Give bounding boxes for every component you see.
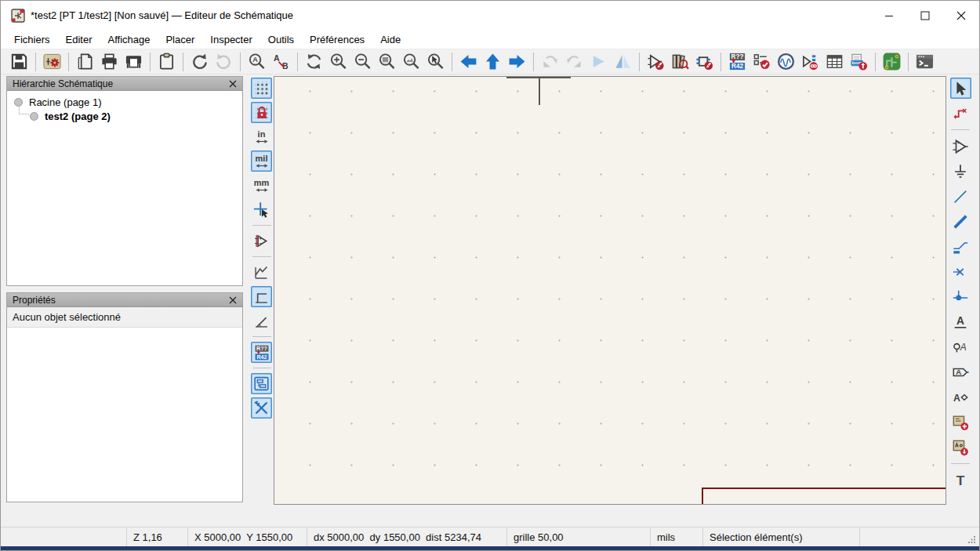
mirror-vertical-button[interactable] <box>587 51 610 72</box>
tree-item-root[interactable]: Racine (page 1) <box>14 96 102 108</box>
pcb-editor-button[interactable] <box>880 51 903 72</box>
schematic-canvas[interactable] <box>274 76 946 505</box>
mirror-horizontal-button[interactable] <box>612 51 634 72</box>
menu-preferences[interactable]: Préférences <box>302 31 372 48</box>
properties-panel-title: Propriétés <box>13 295 56 306</box>
place-symbol-button[interactable] <box>950 136 971 157</box>
separator <box>240 53 241 71</box>
no-connect-button[interactable] <box>950 261 971 282</box>
kicad-schematic-editor-window: *test2 [PT 1/test2] [Non sauvé] — Editeu… <box>0 0 980 551</box>
zoom-selection-button[interactable] <box>424 51 447 72</box>
select-tool-button[interactable] <box>950 78 971 99</box>
rotate-cw-button[interactable] <box>563 51 586 72</box>
tree-item-test2[interactable]: test2 (page 2) <box>30 111 111 122</box>
properties-panel-toggle-button[interactable] <box>251 397 272 419</box>
bom-button[interactable]: bom <box>848 51 870 72</box>
sheet-frame-horizontal <box>702 488 946 489</box>
symbol-library-browser-button[interactable] <box>669 51 691 72</box>
navigate-back-button[interactable] <box>457 51 480 72</box>
zoom-fit-button[interactable] <box>376 51 398 72</box>
simulator-button[interactable] <box>775 51 797 72</box>
paste-button[interactable] <box>155 51 178 72</box>
grid-visibility-button[interactable] <box>251 78 272 99</box>
grid-dots-icon <box>255 82 269 96</box>
unit-inches-button[interactable]: in <box>251 126 272 147</box>
redo-button[interactable] <box>212 51 235 72</box>
hierarchy-tree: Racine (page 1) test2 (page 2) <box>7 91 242 271</box>
menu-placer[interactable]: Placer <box>158 31 202 48</box>
zoom-in-button[interactable] <box>327 51 350 72</box>
highlight-net-button[interactable] <box>950 103 971 124</box>
menu-outils[interactable]: Outils <box>260 31 302 48</box>
wire-free-angle-button[interactable] <box>251 262 272 283</box>
erc-button[interactable] <box>750 51 773 72</box>
zoom-out-button[interactable] <box>351 51 374 72</box>
schematic-setup-icon <box>43 53 61 71</box>
hierarchical-label-button[interactable]: A <box>950 386 971 408</box>
zoom-fit-icon <box>378 53 396 71</box>
zoom-objects-button[interactable] <box>400 51 423 72</box>
annotate-auto-button[interactable]: R??R42 <box>251 342 272 363</box>
draw-bus-button[interactable] <box>950 211 971 232</box>
cursor-shape-button[interactable] <box>251 199 272 220</box>
page-settings-button[interactable] <box>74 51 96 72</box>
find-replace-button[interactable]: AB <box>270 51 292 72</box>
assign-footprints-button[interactable] <box>799 51 822 72</box>
schematic-setup-button[interactable] <box>41 51 64 72</box>
import-sheet-pin-button[interactable] <box>950 437 971 458</box>
rotate-ccw-button[interactable] <box>539 51 561 72</box>
hierarchy-panel-title: Hiérarchie Schématique <box>13 78 113 89</box>
resize-grip[interactable] <box>968 536 979 546</box>
properties-status-message: Aucun objet sélectionné <box>7 307 242 328</box>
save-icon <box>10 53 28 71</box>
hierarchy-panel-close-button[interactable] <box>229 80 237 88</box>
netclass-directive-button[interactable]: A <box>950 336 971 357</box>
undo-button[interactable] <box>188 51 211 72</box>
draw-wire-button[interactable] <box>950 186 971 207</box>
minimize-button[interactable] <box>871 1 907 30</box>
navigate-forward-button[interactable] <box>506 51 528 72</box>
symbol-fields-table-button[interactable] <box>823 51 846 72</box>
net-label-button[interactable]: A <box>950 311 971 332</box>
menu-inspecter[interactable]: Inspecter <box>202 31 260 48</box>
maximize-button[interactable] <box>907 1 943 30</box>
menu-editer[interactable]: Editer <box>58 31 100 48</box>
find-button[interactable]: A <box>245 51 268 72</box>
properties-panel-header[interactable]: Propriétés <box>7 293 242 307</box>
opamp-symbol-icon <box>952 138 969 155</box>
unit-mils-icon: mil <box>256 154 268 169</box>
hierarchy-panel-header[interactable]: Hiérarchie Schématique <box>7 77 242 91</box>
menu-affichage[interactable]: Affichage <box>100 31 158 48</box>
print-button[interactable] <box>98 51 121 72</box>
navigate-up-button[interactable] <box>481 51 504 72</box>
wire-hv-button[interactable] <box>251 286 272 307</box>
window-title: *test2 [PT 1/test2] [Non sauvé] — Editeu… <box>31 9 293 21</box>
plot-button[interactable] <box>122 51 145 72</box>
add-sheet-button[interactable] <box>950 411 971 433</box>
wire-45-icon <box>253 313 270 329</box>
text-tool-button[interactable]: T <box>950 469 971 491</box>
menu-fichiers[interactable]: Fichiers <box>6 31 58 48</box>
annotate-button[interactable]: R??R42 <box>726 51 749 72</box>
wire-45-button[interactable] <box>251 310 272 332</box>
menu-aide[interactable]: Aide <box>372 31 408 48</box>
grid-overrides-button[interactable] <box>251 102 272 123</box>
junction-button[interactable] <box>950 286 971 307</box>
place-power-port-button[interactable] <box>950 161 971 182</box>
hierarchy-navigator-button[interactable] <box>251 373 272 394</box>
global-label-button[interactable]: A <box>950 361 971 382</box>
bus-entry-button[interactable] <box>950 236 971 257</box>
unit-mm-button[interactable]: mm <box>251 175 272 196</box>
separator <box>720 53 721 71</box>
refresh-view-button[interactable] <box>303 51 325 72</box>
netclass-directive-icon: A <box>952 339 969 356</box>
hidden-pins-button[interactable] <box>251 230 272 252</box>
scripting-console-button[interactable] <box>913 51 936 72</box>
symbol-editor-button[interactable] <box>644 51 667 72</box>
titlebar[interactable]: *test2 [PT 1/test2] [Non sauvé] — Editeu… <box>1 1 979 30</box>
unit-mils-button[interactable]: mil <box>251 150 272 172</box>
close-button[interactable] <box>943 1 979 30</box>
save-button[interactable] <box>8 51 31 72</box>
footprint-editor-button[interactable] <box>693 51 716 72</box>
properties-panel-close-button[interactable] <box>229 296 237 304</box>
